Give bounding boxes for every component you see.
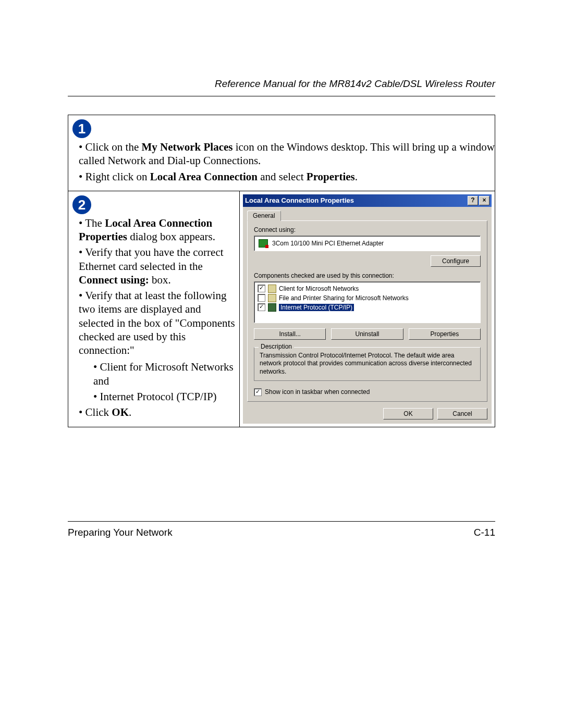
properties-button[interactable]: Properties — [409, 328, 481, 340]
description-group: Description Transmission Control Protoco… — [254, 347, 481, 381]
dialog-titlebar[interactable]: Local Area Connection Properties ? × — [243, 194, 492, 207]
description-text: Transmission Control Protocol/Internet P… — [260, 352, 475, 376]
client-icon — [268, 285, 276, 293]
step1-bullet-1: Click on the My Network Places icon on t… — [79, 140, 495, 168]
install-button[interactable]: Install... — [254, 328, 326, 340]
footer-rule — [68, 521, 495, 522]
close-button[interactable]: × — [479, 196, 489, 205]
checkbox-icon[interactable]: ✓ — [258, 285, 265, 292]
components-listbox[interactable]: ✓ Client for Microsoft Networks File and… — [254, 281, 481, 323]
show-icon-label: Show icon in taskbar when connected — [265, 388, 370, 396]
checkbox-icon[interactable] — [258, 294, 265, 302]
uninstall-button[interactable]: Uninstall — [331, 328, 403, 340]
page-header: Reference Manual for the MR814v2 Cable/D… — [68, 78, 495, 90]
adapter-field[interactable]: 3Com 10/100 Mini PCI Ethernet Adapter — [254, 236, 481, 251]
show-icon-checkbox[interactable]: ✓ — [254, 388, 262, 396]
connect-using-label: Connect using: — [254, 226, 481, 233]
step-1-badge: 1 — [72, 119, 91, 138]
fps-icon — [268, 294, 276, 302]
component-client[interactable]: ✓ Client for Microsoft Networks — [256, 284, 478, 293]
network-adapter-icon — [259, 239, 268, 248]
footer-left: Preparing Your Network — [68, 527, 173, 538]
step2-sub-2: Internet Protocol (TCP/IP) — [93, 390, 235, 403]
components-label: Components checked are used by this conn… — [254, 272, 481, 279]
help-button[interactable]: ? — [468, 196, 478, 205]
component-tcpip[interactable]: ✓ Internet Protocol (TCP/IP) — [256, 303, 478, 312]
step2-bullet-3: Verify that at least the following two i… — [79, 289, 235, 403]
lac-properties-dialog: Local Area Connection Properties ? × Gen… — [243, 194, 492, 424]
adapter-name: 3Com 10/100 Mini PCI Ethernet Adapter — [272, 240, 384, 247]
step1-bullet-2: Right click on Local Area Connection and… — [79, 170, 495, 183]
description-title: Description — [259, 343, 294, 350]
tab-general[interactable]: General — [247, 211, 281, 221]
instruction-box: 1 Click on the My Network Places icon on… — [68, 115, 495, 427]
header-rule — [68, 96, 495, 96]
step2-bullet-2: Verify that you have the correct Etherne… — [79, 245, 235, 287]
step2-sub-1: Client for Microsoft Networks and — [93, 360, 235, 388]
step-2-badge: 2 — [72, 195, 91, 214]
cancel-button[interactable]: Cancel — [437, 408, 487, 419]
configure-button[interactable]: Configure — [431, 255, 481, 267]
step2-bullet-1: The Local Area Connection Properties dia… — [79, 216, 235, 244]
dialog-title: Local Area Connection Properties — [245, 196, 354, 204]
ok-button[interactable]: OK — [383, 408, 433, 419]
footer-right: C-11 — [474, 527, 495, 538]
checkbox-icon[interactable]: ✓ — [258, 303, 265, 311]
tcp-icon — [268, 303, 276, 312]
component-file-printer[interactable]: File and Printer Sharing for Microsoft N… — [256, 293, 478, 303]
step2-bullet-4: Click OK. — [79, 405, 235, 419]
